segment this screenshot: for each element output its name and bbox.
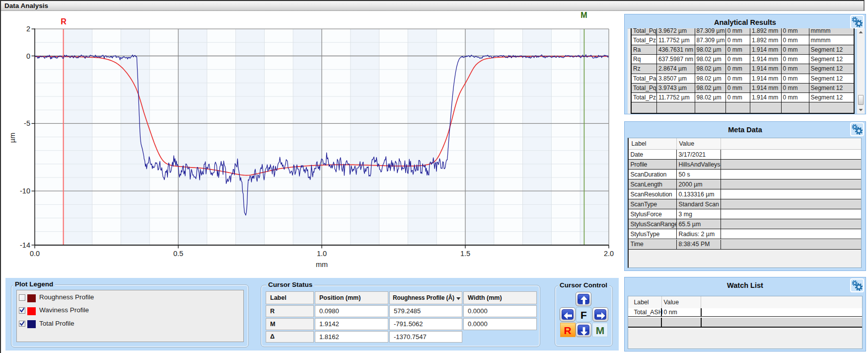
- svg-text:M: M: [580, 11, 587, 19]
- svg-text:-10: -10: [20, 187, 30, 195]
- svg-text:mm: mm: [316, 261, 328, 268]
- svg-text:-5: -5: [24, 119, 30, 127]
- svg-text:0: 0: [26, 52, 30, 60]
- svg-text:µm: µm: [8, 133, 16, 143]
- svg-text:1.0: 1.0: [317, 250, 327, 258]
- svg-text:0.5: 0.5: [173, 250, 183, 258]
- svg-text:-14: -14: [20, 241, 30, 249]
- svg-text:0.0: 0.0: [30, 250, 40, 258]
- svg-text:R: R: [61, 17, 67, 26]
- svg-text:2.0: 2.0: [604, 250, 614, 258]
- svg-text:1.5: 1.5: [460, 250, 470, 258]
- svg-text:2: 2: [26, 25, 30, 33]
